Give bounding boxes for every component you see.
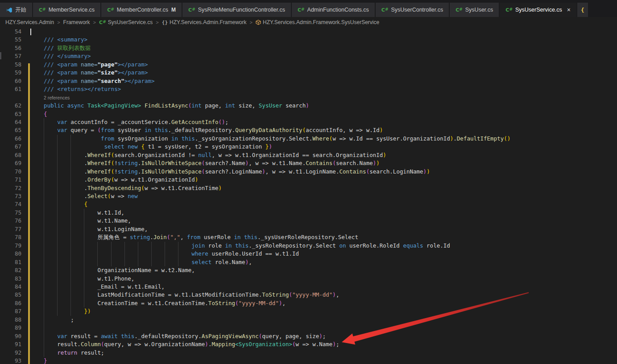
- code-line[interactable]: 67 select new { t1 = sysUser, t2 = sysOr…: [0, 143, 617, 151]
- chevron-right-icon: >: [93, 20, 96, 25]
- code-line[interactable]: 54: [0, 28, 617, 36]
- code-line[interactable]: 81 select role.Name),: [0, 258, 617, 266]
- line-number: 81: [0, 258, 21, 266]
- indent-guide: [151, 242, 152, 266]
- code-line[interactable]: 73 .Select(w => new: [0, 192, 617, 200]
- line-number: 66: [0, 135, 21, 143]
- line-number: 68: [0, 151, 21, 159]
- code-line[interactable]: 83 w.t1.Phone,: [0, 275, 617, 283]
- code-line[interactable]: 82 OrganizationName = w.t2.Name,: [0, 266, 617, 274]
- editor-tab[interactable]: C#SysRoleMenuFunctionController.cs: [182, 3, 291, 17]
- code-text: 所属角色 = string.Join(",", from userRole in…: [30, 233, 358, 241]
- csharp-file-icon: C#: [505, 7, 513, 13]
- code-text: /// </summary>: [30, 52, 91, 60]
- tab-label: AdminFunctionConsts.cs: [307, 7, 369, 13]
- code-line[interactable]: 59 /// <param name="size"></param>: [0, 69, 617, 77]
- code-text: select role.Name),: [30, 258, 252, 266]
- code-line[interactable]: 62 public async Task<PagingView> FindLis…: [0, 102, 617, 110]
- code-text: /// <summary>: [30, 36, 87, 44]
- code-line[interactable]: 74 {: [0, 200, 617, 208]
- line-number: 54: [0, 28, 21, 36]
- code-line[interactable]: 66 from sysOrganization in this._sysOrga…: [0, 135, 617, 143]
- code-line[interactable]: 72 .ThenByDescending(w => w.t1.CreationT…: [0, 184, 617, 192]
- codelens-row[interactable]: 2 references: [0, 94, 617, 102]
- editor-tab[interactable]: C#AdminFunctionConsts.cs: [292, 3, 375, 17]
- csharp-file-icon: C#: [107, 7, 114, 13]
- code-text: join role in this._sysRoleRepository.Sel…: [30, 242, 450, 250]
- breadcrumb-item[interactable]: {}HZY.Services.Admin.Framework: [162, 19, 247, 25]
- editor-tab[interactable]: C#MemberController.csM: [101, 3, 182, 17]
- chevron-right-icon: >: [156, 20, 158, 25]
- line-number: 74: [0, 200, 21, 208]
- code-line[interactable]: 65 var query = (from sysUser in this._de…: [0, 126, 617, 134]
- csharp-file-icon: C#: [99, 20, 106, 25]
- class-icon: [256, 20, 261, 25]
- code-line[interactable]: 90 var result = await this._defaultRepos…: [0, 332, 617, 340]
- code-line[interactable]: 87 }): [0, 307, 617, 315]
- breadcrumb-item[interactable]: Framework: [63, 19, 90, 25]
- breadcrumb: HZY.Services.Admin>Framework>C#SysUserSe…: [0, 17, 617, 28]
- code-line[interactable]: 76 w.t1.Name,: [0, 217, 617, 225]
- code-line[interactable]: 55 /// <summary>: [0, 36, 617, 44]
- code-line[interactable]: 71 .OrderBy(w => w.t1.OrganizationId): [0, 176, 617, 184]
- editor-tab[interactable]: C#MemberService.cs: [33, 3, 100, 17]
- code-line[interactable]: 89: [0, 324, 617, 332]
- line-number: 92: [0, 349, 21, 357]
- line-number: 59: [0, 69, 21, 77]
- code-line[interactable]: 69 .WhereIf(!string.IsNullOrWhiteSpace(s…: [0, 159, 617, 167]
- code-text: }): [30, 307, 91, 315]
- code-line[interactable]: 56 /// 获取列表数据: [0, 44, 617, 52]
- indent-guide: [97, 242, 98, 266]
- code-line[interactable]: 68 .WhereIf(search.OrganizationId != nul…: [0, 151, 617, 159]
- code-line[interactable]: 58 /// <param name="page"></param>: [0, 61, 617, 69]
- code-line[interactable]: 93 }: [0, 357, 617, 364]
- close-icon[interactable]: ×: [567, 7, 571, 13]
- breadcrumb-item[interactable]: C#SysUserService.cs: [99, 19, 153, 25]
- code-text: var query = (from sysUser in this._defau…: [30, 126, 383, 134]
- tab-label: 开始: [15, 6, 26, 14]
- code-line[interactable]: 78 所属角色 = string.Join(",", from userRole…: [0, 233, 617, 241]
- code-line[interactable]: 85 LastModificationTime = w.t1.LastModif…: [0, 291, 617, 299]
- code-line[interactable]: 91 result.Column(query, w => w.Organizat…: [0, 340, 617, 348]
- line-number: 67: [0, 143, 21, 151]
- chevron-right-icon: >: [57, 20, 60, 25]
- text-cursor: [30, 29, 31, 35]
- code-line[interactable]: 84 _Email = w.t1.Email,: [0, 283, 617, 291]
- editor-tab[interactable]: C#SysUserController.cs: [376, 3, 449, 17]
- tab-label: SysUser.cs: [465, 7, 493, 13]
- codelens-references-link[interactable]: 2 references: [44, 94, 70, 102]
- breadcrumb-label: HZY.Services.Admin.Framework: [170, 19, 247, 25]
- line-number: 93: [0, 357, 21, 364]
- editor-tab[interactable]: 开始: [0, 3, 32, 17]
- code-line[interactable]: 80 where userRole.UserId == w.t1.Id: [0, 250, 617, 258]
- tab-label: SysUserService.cs: [515, 7, 562, 13]
- line-number: 77: [0, 225, 21, 233]
- editor-tab[interactable]: {: [577, 3, 588, 17]
- chevron-right-icon: >: [250, 20, 253, 25]
- code-line[interactable]: 92 return result;: [0, 349, 617, 357]
- code-line[interactable]: 70 .WhereIf(!string.IsNullOrWhiteSpace(s…: [0, 168, 617, 176]
- code-text: public async Task<PagingView> FindListAs…: [30, 102, 309, 110]
- code-line[interactable]: 75 w.t1.Id,: [0, 209, 617, 217]
- breadcrumb-label: Framework: [63, 19, 90, 25]
- code-text: w.t1.LoginName,: [30, 225, 148, 233]
- code-line[interactable]: 57 /// </summary>: [0, 52, 617, 60]
- code-editor[interactable]: 5455 /// <summary>56 /// 获取列表数据57 /// </…: [0, 28, 617, 364]
- code-line[interactable]: 63 {: [0, 110, 617, 118]
- code-line[interactable]: 86 CreationTime = w.t1.CreationTime.ToSt…: [0, 299, 617, 307]
- code-line[interactable]: 77 w.t1.LoginName,: [0, 225, 617, 233]
- editor-tab[interactable]: C#SysUser.cs: [450, 3, 499, 17]
- code-text: /// <param name="search"></param>: [30, 77, 154, 85]
- editor-tab[interactable]: C#SysUserService.cs×: [500, 3, 576, 17]
- code-line[interactable]: 64 var accountInfo = _accountService.Get…: [0, 118, 617, 126]
- csharp-file-icon: C#: [381, 7, 389, 13]
- code-line[interactable]: 61 /// <returns></returns>: [0, 85, 617, 93]
- code-line[interactable]: 88 ;: [0, 316, 617, 324]
- code-text: var result = await this._defaultReposito…: [30, 332, 326, 340]
- breadcrumb-item[interactable]: HZY.Services.Admin: [5, 19, 54, 25]
- breadcrumb-item[interactable]: HZY.Services.Admin.Framework.SysUserServ…: [256, 19, 379, 25]
- line-number: 75: [0, 209, 21, 217]
- code-line[interactable]: 60 /// <param name="search"></param>: [0, 77, 617, 85]
- code-line[interactable]: 79 join role in this._sysRoleRepository.…: [0, 242, 617, 250]
- code-text: .WhereIf(!string.IsNullOrWhiteSpace(sear…: [30, 168, 430, 176]
